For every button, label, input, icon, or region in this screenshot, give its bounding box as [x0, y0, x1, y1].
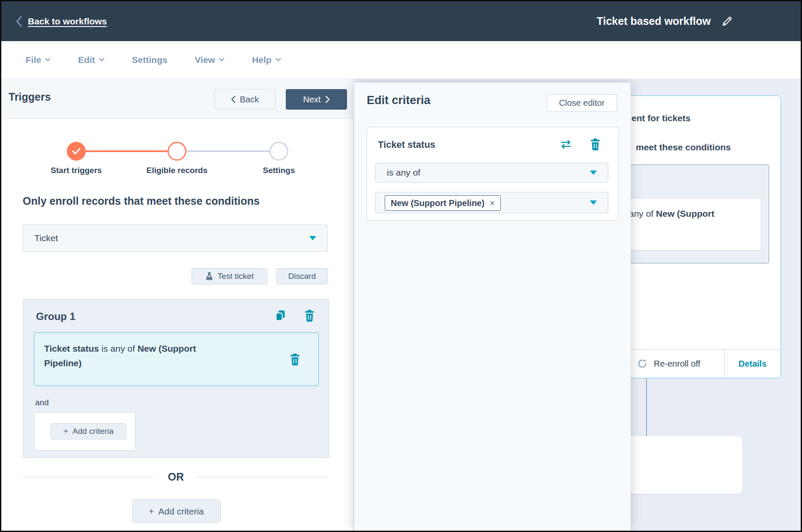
menu-edit[interactable]: Edit: [78, 55, 105, 65]
menu-view-label: View: [195, 55, 215, 65]
add-criteria-button-group[interactable]: + Add criteria: [51, 423, 126, 439]
workflow-editor-screen: ent for tickets meet these conditions an…: [0, 0, 802, 532]
delete-filter-button[interactable]: [590, 138, 601, 150]
chevron-down-icon: [219, 58, 224, 62]
chevron-down-icon: [99, 58, 105, 62]
criteria-card-ticket-status[interactable]: Ticket status is any of New (Support Pip…: [34, 332, 319, 386]
back-step-button[interactable]: Back: [214, 89, 275, 110]
chevron-left-icon: [231, 96, 236, 103]
plus-icon: +: [149, 506, 154, 517]
next-step-label: Next: [303, 95, 320, 105]
filter-fragment-prefix: any of: [629, 209, 656, 218]
menu-edit-label: Edit: [78, 55, 95, 65]
criteria-text: Ticket status is any of New (Support Pip…: [44, 341, 228, 371]
add-criteria-label: Add criteria: [72, 427, 114, 436]
step-circle-settings[interactable]: [269, 142, 288, 161]
menu-settings-label: Settings: [132, 55, 168, 65]
or-label: OR: [168, 471, 184, 483]
flask-icon: [205, 272, 213, 281]
edit-criteria-panel: Edit criteria Close editor Ticket status: [354, 83, 631, 531]
check-icon: [72, 147, 81, 155]
menu-file-label: File: [26, 55, 41, 65]
selected-value-tag: New (Support Pipeline) ×: [385, 195, 501, 211]
delete-group-button[interactable]: [304, 310, 315, 322]
back-to-workflows-label: Back to workflows: [28, 16, 107, 27]
panel-title: Triggers: [9, 91, 51, 103]
close-editor-label: Close editor: [559, 98, 605, 108]
object-type-select[interactable]: Ticket: [23, 224, 328, 252]
conditions-heading: Only enroll records that meet these cond…: [23, 195, 260, 207]
edit-field-label: Ticket status: [378, 139, 435, 150]
trash-icon: [304, 310, 315, 322]
chevron-down-icon: [590, 200, 597, 205]
step-label-start-triggers: Start triggers: [51, 166, 102, 175]
value-multiselect[interactable]: New (Support Pipeline) ×: [375, 192, 608, 213]
menu-file[interactable]: File: [26, 55, 51, 65]
trigger-card-title-fragment: ent for tickets: [631, 113, 691, 123]
menu-settings[interactable]: Settings: [132, 55, 168, 65]
group-title: Group 1: [36, 311, 75, 323]
clone-group-button[interactable]: [275, 310, 286, 322]
app-topbar: Back to workflows Ticket based workflow: [1, 1, 801, 41]
menu-view[interactable]: View: [195, 55, 224, 65]
plus-icon: +: [63, 427, 68, 436]
test-ticket-button[interactable]: Test ticket: [192, 268, 267, 284]
edit-criteria-card: Ticket status is any of: [367, 127, 619, 221]
operator-value: is any of: [387, 167, 420, 178]
copy-icon: [275, 310, 286, 322]
divider-line: [23, 477, 155, 477]
triggers-header-bar: Triggers Back Next: [1, 79, 354, 119]
test-ticket-label: Test ticket: [218, 272, 254, 281]
tag-label: New (Support Pipeline): [391, 198, 485, 208]
stepper-line-1: [86, 150, 168, 152]
next-step-button[interactable]: Next: [286, 89, 347, 110]
step-circle-start-triggers[interactable]: [67, 142, 86, 161]
criteria-operator: is any of: [99, 344, 138, 353]
back-step-label: Back: [240, 95, 259, 105]
step-label-eligible-records: Eligible records: [147, 166, 208, 175]
close-editor-button[interactable]: Close editor: [547, 94, 617, 112]
chevron-down-icon: [590, 170, 597, 175]
add-criteria-container: + Add criteria: [34, 412, 135, 451]
chevron-down-icon: [275, 58, 281, 62]
workflow-title-wrap: Ticket based workflow: [597, 1, 733, 41]
reenroll-refresh-icon: [637, 358, 648, 369]
workflow-connector-line: [646, 378, 647, 436]
divider-line: [197, 477, 329, 477]
step-circle-eligible-records[interactable]: [168, 142, 186, 161]
workflow-title: Ticket based workflow: [597, 15, 711, 27]
swap-property-button[interactable]: [560, 139, 572, 149]
trigger-card-conditions-fragment: meet these conditions: [636, 142, 731, 152]
chevron-right-icon: [325, 96, 330, 103]
reenroll-label: Re-enroll off: [654, 359, 700, 369]
trash-icon: [290, 353, 300, 365]
details-link[interactable]: Details: [724, 350, 781, 378]
add-criteria-label: Add criteria: [159, 506, 204, 517]
filter-fragment-value: New (Support: [656, 209, 715, 218]
remove-tag-icon[interactable]: ×: [490, 198, 495, 208]
criteria-group-1: Group 1 Ticket status is any of New (Sup…: [23, 299, 329, 458]
back-to-workflows-link[interactable]: Back to workflows: [16, 16, 107, 27]
object-type-value: Ticket: [34, 233, 58, 243]
editor-menubar: File Edit Settings View Help: [1, 41, 801, 79]
stepper-line-2: [186, 150, 269, 152]
chevron-left-icon: [16, 16, 22, 27]
swap-arrows-icon: [560, 139, 572, 149]
discard-button[interactable]: Discard: [276, 268, 328, 284]
menu-help-label: Help: [252, 55, 272, 65]
chevron-down-icon: [309, 236, 316, 240]
delete-criteria-button[interactable]: [290, 353, 300, 365]
or-divider: OR: [23, 471, 329, 483]
step-label-settings: Settings: [263, 166, 295, 175]
criteria-field: Ticket status: [44, 344, 99, 353]
add-criteria-button-or[interactable]: + Add criteria: [132, 499, 221, 523]
filter-criteria-fragment: any of New (Support: [629, 209, 715, 219]
trash-icon: [590, 138, 601, 150]
and-label: and: [35, 398, 49, 407]
discard-label: Discard: [288, 272, 316, 281]
edit-criteria-title: Edit criteria: [367, 94, 431, 107]
chevron-down-icon: [45, 58, 51, 62]
menu-help[interactable]: Help: [252, 55, 281, 65]
operator-select[interactable]: is any of: [375, 163, 608, 182]
pencil-edit-icon[interactable]: [721, 15, 733, 27]
